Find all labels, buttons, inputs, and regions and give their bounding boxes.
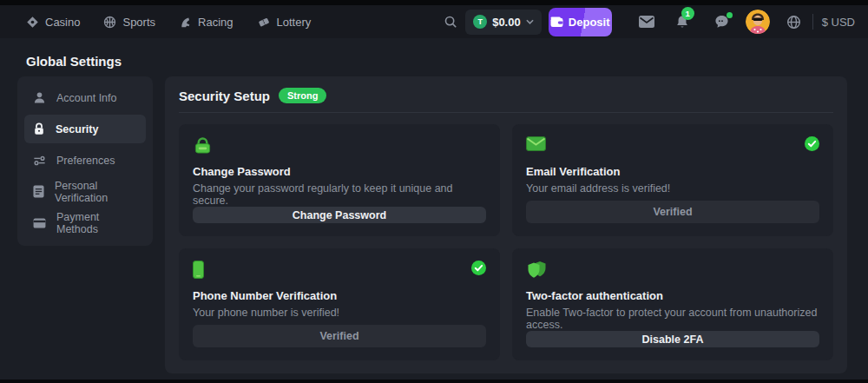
lottery-ticket-icon: [257, 16, 271, 29]
app-window: Casino Sports Racing Lottery: [0, 0, 868, 383]
deposit-label: Deposit: [569, 16, 610, 29]
nav-label: Racing: [198, 16, 233, 29]
chat-status-dot: [727, 12, 733, 18]
disable-2fa-button[interactable]: Disable 2FA: [526, 331, 819, 347]
sports-icon: [103, 16, 116, 29]
topbar-divider: [812, 14, 813, 30]
envelope-green-icon: [526, 136, 546, 155]
chat-icon[interactable]: [714, 15, 729, 29]
preferences-sliders-icon: [33, 155, 46, 167]
header-divider: [179, 112, 833, 113]
page-content: Global Settings Account Info Security Pr…: [0, 38, 868, 380]
card-title: Two-factor authentication: [526, 289, 819, 302]
lock-icon: [33, 122, 45, 135]
page-title: Global Settings: [26, 54, 122, 69]
email-verified-button[interactable]: Verified: [526, 201, 819, 223]
tether-coin-icon: T: [473, 15, 487, 29]
mail-icon[interactable]: [639, 16, 654, 28]
primary-nav: Casino Sports Racing Lottery: [26, 16, 311, 29]
search-icon[interactable]: [444, 15, 457, 29]
id-document-icon: [33, 185, 44, 198]
user-avatar[interactable]: [746, 10, 770, 34]
card-description: Enable Two-factor to protect your accoun…: [526, 307, 819, 331]
email-verification-card: Email Verification Your email address is…: [512, 124, 833, 236]
change-password-button[interactable]: Change Password: [193, 207, 486, 223]
sidebar-item-label: Payment Methods: [56, 211, 137, 235]
two-factor-card: Two-factor authentication Enable Two-fac…: [512, 248, 833, 360]
sidebar-item-label: Personal Verification: [55, 180, 137, 204]
shields-green-icon: [526, 261, 548, 282]
sidebar-item-personal-verification[interactable]: Personal Verification: [24, 177, 146, 206]
sidebar-item-label: Security: [56, 123, 98, 135]
notifications-bell-icon[interactable]: 1: [675, 15, 689, 30]
wallet-icon: [550, 17, 563, 28]
change-password-card: Change Password Change your password reg…: [179, 124, 500, 236]
phone-verification-card: Phone Number Verification Your phone num…: [179, 248, 500, 360]
casino-icon: [26, 16, 39, 29]
card-icon-row: [526, 261, 819, 281]
card-icon-row: [193, 261, 486, 281]
nav-item-racing[interactable]: Racing: [179, 16, 233, 29]
nav-item-casino[interactable]: Casino: [26, 16, 80, 29]
balance-amount: $0.00: [492, 16, 521, 29]
sidebar-item-account-info[interactable]: Account Info: [24, 83, 146, 112]
phone-green-icon: [193, 261, 204, 282]
security-setup-panel: Security Setup Strong Change Password Ch…: [165, 76, 847, 373]
phone-verified-button[interactable]: Verified: [193, 325, 486, 347]
card-title: Email Verification: [526, 165, 819, 178]
card-icon-row: [193, 136, 486, 157]
strength-badge: Strong: [279, 88, 326, 103]
nav-label: Casino: [45, 16, 80, 29]
panel-title: Security Setup: [179, 89, 270, 103]
card-description: Your phone number is verified!: [193, 307, 486, 319]
racing-horse-icon: [179, 16, 192, 29]
credit-card-icon: [33, 218, 46, 228]
chevron-down-icon: [526, 19, 534, 24]
notification-count-badge: 1: [681, 7, 694, 20]
sidebar-item-payment-methods[interactable]: Payment Methods: [24, 208, 146, 237]
verified-check-icon: [805, 136, 819, 155]
sidebar-item-label: Preferences: [56, 155, 115, 167]
nav-item-lottery[interactable]: Lottery: [257, 16, 312, 29]
padlock-green-icon: [193, 136, 213, 158]
user-icon: [33, 91, 46, 104]
currency-selector[interactable]: $ USD: [822, 16, 855, 29]
verified-check-icon: [471, 261, 486, 279]
sidebar-item-label: Account Info: [56, 92, 117, 104]
settings-sidebar: Account Info Security Preferences Person…: [17, 76, 153, 246]
nav-label: Sports: [122, 16, 155, 29]
sidebar-item-preferences[interactable]: Preferences: [24, 146, 146, 175]
card-description: Change your password regularly to keep i…: [193, 182, 486, 207]
topbar-right-cluster: T $0.00 Deposit 1: [444, 8, 855, 36]
nav-item-sports[interactable]: Sports: [103, 16, 155, 29]
sidebar-item-security[interactable]: Security: [24, 115, 146, 143]
deposit-button[interactable]: Deposit: [549, 8, 612, 36]
language-globe-icon[interactable]: [786, 15, 801, 30]
security-cards-grid: Change Password Change your password reg…: [179, 124, 833, 360]
top-navigation-bar: Casino Sports Racing Lottery: [0, 5, 868, 38]
balance-selector[interactable]: T $0.00: [465, 10, 542, 35]
nav-label: Lottery: [277, 16, 312, 29]
card-description: Your email address is verified!: [526, 182, 819, 195]
card-icon-row: [526, 136, 819, 157]
panel-header: Security Setup Strong: [179, 88, 833, 103]
card-title: Change Password: [193, 165, 486, 178]
card-title: Phone Number Verification: [193, 289, 486, 302]
